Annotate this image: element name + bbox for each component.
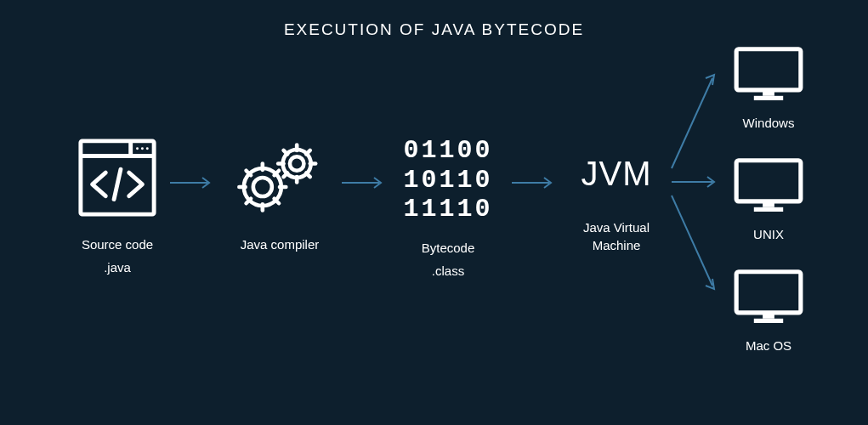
- stage-jvm: JVM Java Virtual Machine: [565, 155, 667, 254]
- os-macos-label: Mac OS: [722, 338, 815, 353]
- svg-point-8: [253, 178, 272, 196]
- binary-icon: 01100 10110 11110: [393, 136, 503, 224]
- svg-rect-38: [754, 207, 783, 212]
- os-macos: Mac OS: [722, 267, 815, 353]
- svg-rect-36: [736, 161, 801, 201]
- os-windows-label: Windows: [722, 116, 815, 130]
- os-windows: Windows: [722, 44, 815, 130]
- svg-rect-33: [736, 49, 801, 90]
- stage-compiler: Java compiler: [224, 136, 335, 255]
- os-unix: UNIX: [722, 156, 815, 241]
- svg-point-5: [146, 147, 149, 150]
- svg-rect-35: [754, 96, 783, 100]
- svg-point-4: [141, 147, 144, 150]
- stage-compiler-label: Java compiler: [224, 235, 335, 255]
- arrow-jvm-to-unix: [672, 173, 719, 194]
- arrow-jvm-to-macos: [672, 194, 723, 299]
- svg-rect-37: [763, 201, 774, 207]
- stage-jvm-label: Java Virtual Machine: [565, 218, 667, 254]
- svg-point-27: [283, 150, 311, 178]
- binary-row: 11110: [393, 195, 503, 224]
- svg-point-17: [244, 168, 281, 206]
- gears-icon: [233, 207, 326, 222]
- arrow-source-to-compiler: [170, 174, 221, 176]
- arrow-compiler-to-bytecode: [342, 174, 393, 176]
- svg-point-18: [290, 156, 304, 171]
- os-unix-label: UNIX: [722, 227, 815, 241]
- svg-rect-40: [763, 313, 774, 319]
- stage-bytecode: 01100 10110 11110 Bytecode .class: [393, 136, 503, 278]
- svg-line-30: [672, 78, 712, 168]
- svg-rect-39: [736, 272, 801, 313]
- code-window-icon: [76, 207, 159, 222]
- stage-source-code: Source code .java: [66, 136, 168, 275]
- arrow-jvm-to-windows: [672, 68, 723, 173]
- svg-rect-41: [754, 319, 783, 323]
- diagram-title: EXECUTION OF JAVA BYTECODE: [0, 20, 868, 39]
- monitor-icon: [732, 92, 805, 106]
- stage-bytecode-label: Bytecode: [393, 238, 503, 258]
- binary-row: 10110: [393, 166, 503, 196]
- monitor-icon: [732, 203, 805, 218]
- svg-rect-34: [763, 90, 774, 96]
- arrow-bytecode-to-jvm: [512, 174, 563, 176]
- jvm-big-label: JVM: [565, 155, 667, 193]
- os-targets: Windows UNIX Mac OS: [722, 44, 815, 353]
- svg-line-32: [672, 196, 712, 286]
- binary-row: 01100: [393, 136, 503, 166]
- stage-source-sublabel: .java: [66, 260, 168, 275]
- monitor-icon: [732, 314, 805, 329]
- svg-point-3: [136, 147, 139, 150]
- stage-source-label: Source code: [66, 235, 168, 255]
- svg-line-6: [114, 169, 121, 199]
- stage-bytecode-sublabel: .class: [393, 264, 503, 278]
